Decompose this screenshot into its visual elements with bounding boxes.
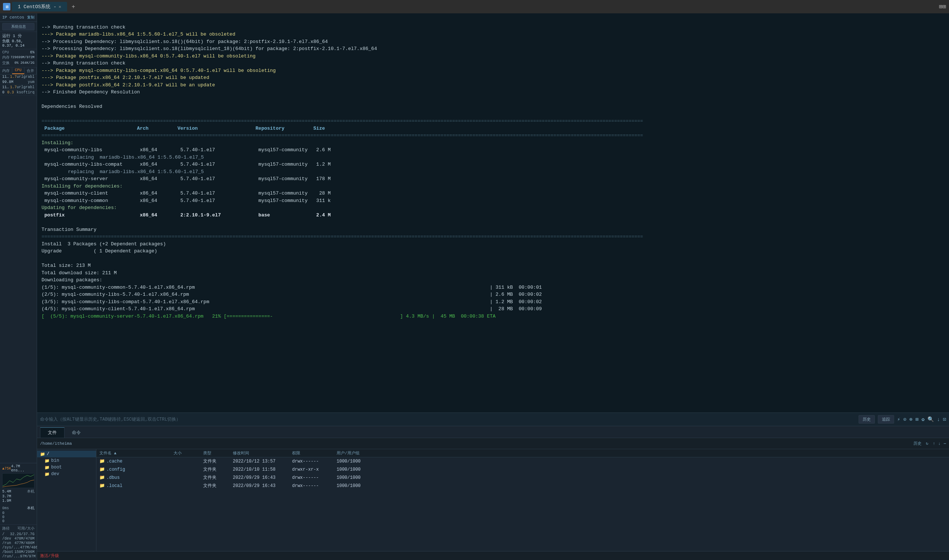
- grid-icon[interactable]: ⊞: [915, 416, 918, 423]
- terminal-container: --> Running transaction check ---> Packa…: [37, 13, 949, 426]
- terminal-line: Updating for dependencies:: [42, 205, 117, 211]
- folder-icon: 📁: [45, 472, 50, 477]
- sidebar-tab-mem[interactable]: 内存: [0, 68, 12, 74]
- sysinfo-button[interactable]: 系统信息: [2, 23, 34, 31]
- terminal-line: Upgrade ( 1 Dependent package): [42, 248, 157, 254]
- terminal-output[interactable]: --> Running transaction check ---> Packa…: [37, 13, 949, 412]
- lat-unit: 本机: [27, 506, 34, 511]
- terminal-line: replacing mariadb-libs.x86_64 1:5.5.60-1…: [42, 155, 204, 160]
- terminal-line: Install 3 Packages (+2 Dependent package…: [42, 241, 166, 247]
- net-graph: [2, 473, 34, 488]
- menu-icon[interactable]: ⊡: [943, 416, 946, 423]
- col-name-header[interactable]: 文件名 ▲: [99, 450, 174, 456]
- sidebar-running: 运行 1 分 负载 0.58, 0.37, 0.14: [0, 32, 37, 49]
- copy-icon[interactable]: ⊕: [909, 416, 912, 423]
- terminal-line: replacing mariadb-libs.x86_64 1:5.5.60-1…: [42, 169, 204, 175]
- terminal-line: ---> Package postfix.x86_64 2:2.10.1-7.e…: [42, 75, 209, 80]
- terminal-line: Total download size: 211 M: [42, 270, 117, 276]
- terminal-input-field[interactable]: [40, 417, 858, 422]
- sidebar-cpu: CPU 6% 内存 729699M/972M 交换 0% 264K/2G: [0, 49, 37, 68]
- fm-refresh-icon[interactable]: ↻: [926, 441, 929, 446]
- col-date-header[interactable]: 修改时间: [233, 450, 292, 456]
- running-label: 运行 1 分: [2, 33, 34, 38]
- fm-list-item[interactable]: 📁.local 文件夹 2022/09/29 16:43 drwx------ …: [96, 482, 949, 490]
- fm-tree-boot[interactable]: 📁 boot: [37, 464, 96, 471]
- terminal-line: --> Running transaction check: [42, 25, 125, 30]
- file-manager: /home/itheima 历史 ↻ ↑ ↓ ⋯ 📁 / 📁 bin: [37, 438, 949, 560]
- folder-icon: 📁: [99, 475, 105, 480]
- fm-tree-dev-label: dev: [51, 471, 59, 477]
- grid-icon[interactable]: ⊞⊞: [939, 3, 946, 10]
- col-type-header[interactable]: 类型: [203, 450, 233, 456]
- fm-down-icon[interactable]: ↓: [938, 442, 941, 446]
- disk-avail-label: 可用/大小: [17, 526, 34, 531]
- terminal-line: mysql-community-libs x86_64 5.7.40-1.el7…: [42, 147, 331, 153]
- fm-toolbar: /home/itheima 历史 ↻ ↑ ↓ ⋯: [37, 438, 949, 449]
- terminal-input-bar: 历史 追踪 ⚡ ⊙ ⊕ ⊞ ✿ 🔍 ↓ ⊡: [37, 412, 949, 426]
- disk-section: 路径 可用/大小 / 32.2G/37.7G /dev 470M/470M /r…: [0, 525, 37, 560]
- download-icon[interactable]: ↓: [937, 417, 940, 423]
- terminal-separator: ========================================…: [42, 234, 643, 239]
- tab-label: 1 CentOS系统 -: [18, 3, 56, 10]
- terminal-separator: ========================================…: [42, 133, 643, 138]
- swap-value: 0% 264K/2G: [14, 61, 34, 65]
- disk-item: /dev 470M/470M: [2, 537, 34, 541]
- terminal-line: --> Running transaction check: [42, 60, 125, 66]
- net-label: ▲75K: [2, 467, 11, 471]
- disk-item: /run/... 97M/97M: [2, 554, 34, 558]
- fm-tree-bin-label: bin: [51, 458, 59, 463]
- terminal-line: mysql-community-libs-compat x86_64 5.7.4…: [42, 162, 331, 167]
- terminal-header: Package Arch Version Repository Size: [42, 126, 325, 131]
- search-icon[interactable]: 🔍: [927, 416, 934, 423]
- fm-content: 📁 / 📁 bin 📁 boot 📁 dev: [37, 449, 949, 551]
- fm-tree-root[interactable]: 📁 /: [37, 451, 96, 457]
- col-user-header[interactable]: 用户/用户组: [337, 450, 381, 456]
- fm-list-item[interactable]: 📁.cache 文件夹 2022/10/12 13:57 drwx------ …: [96, 457, 949, 466]
- load-label: 负载 0.58, 0.37, 0.14: [2, 38, 34, 48]
- disk-item: /boot 150M/296M: [2, 550, 34, 554]
- terminal-line: Installing:: [42, 140, 74, 146]
- main-area: IP centos 复制 系统信息 运行 1 分 负载 0.58, 0.37, …: [0, 13, 949, 560]
- terminal-line: (3/5): mysql-community-libs-compat-5.7.4…: [42, 299, 542, 305]
- fm-tree-boot-label: boot: [51, 465, 62, 470]
- active-tab[interactable]: 1 CentOS系统 - ✕: [12, 2, 67, 11]
- terminal-line: (1/5): mysql-community-common-5.7.40-1.e…: [42, 285, 542, 290]
- net-ens: 4.7M ens...: [11, 465, 34, 472]
- settings-icon[interactable]: ✿: [921, 416, 924, 423]
- col-size-header[interactable]: 大小: [174, 450, 203, 456]
- swap-label: 交换: [2, 60, 10, 66]
- add-tab-button[interactable]: +: [69, 2, 78, 11]
- flash-icon[interactable]: ⚡: [897, 416, 900, 423]
- sidebar-tab-cpu[interactable]: CPU: [12, 68, 25, 74]
- terminal-line: Total size: 213 M: [42, 263, 91, 268]
- terminal-line: ---> Package postfix.x86_64 2:2.10.1-9.e…: [42, 82, 215, 88]
- fm-path-label: /home/itheima: [40, 442, 72, 446]
- trace-button[interactable]: 追踪: [878, 415, 894, 424]
- tab-close-icon[interactable]: ✕: [58, 4, 61, 10]
- fm-list-item[interactable]: 📁.dbus 文件夹 2022/09/29 16:43 drwx------ 1…: [96, 474, 949, 482]
- col-perm-header[interactable]: 权限: [292, 450, 337, 456]
- fm-tree-dev[interactable]: 📁 dev: [37, 471, 96, 477]
- tab-files[interactable]: 文件: [40, 427, 65, 438]
- circle-icon[interactable]: ⊙: [903, 416, 906, 423]
- net-val1: 5.4M: [2, 489, 11, 494]
- terminal-line: postfix x86_64 2:2.10.1-9.el7 base 2.4 M: [42, 212, 331, 218]
- process-item: 11.8M 1.7 urlgrabl: [0, 74, 37, 80]
- sidebar-tabs: 内存 CPU 合并: [0, 68, 37, 74]
- lat-label: 0ms: [2, 506, 9, 510]
- activate-label[interactable]: 激活/升级: [40, 553, 59, 558]
- latency-section: 0ms 本机 0 0 0: [0, 505, 37, 525]
- sidebar-sysinfo: 系统信息: [0, 22, 37, 32]
- history-button[interactable]: 历史: [858, 415, 875, 424]
- activate-bar: 激活/升级: [37, 551, 949, 560]
- terminal-progress-line: [ (5/5): mysql-community-server-5.7.40-1…: [42, 314, 495, 319]
- sidebar-tab-merge[interactable]: 合并: [25, 68, 37, 74]
- fm-tree-bin[interactable]: 📁 bin: [37, 457, 96, 464]
- fm-up-icon[interactable]: ↑: [933, 442, 935, 446]
- terminal-line: --> Processing Dependency: libmysqlclien…: [42, 46, 377, 52]
- tab-commands[interactable]: 命令: [65, 427, 88, 438]
- titlebar: 🖥 1 CentOS系统 - ✕ + ⊞⊞: [0, 0, 949, 13]
- sidebar-copy-btn[interactable]: 复制: [27, 15, 34, 20]
- fm-more-icon[interactable]: ⋯: [943, 441, 946, 446]
- fm-list-item[interactable]: 📁.config 文件夹 2022/10/10 11:58 drwxr-xr-x…: [96, 466, 949, 474]
